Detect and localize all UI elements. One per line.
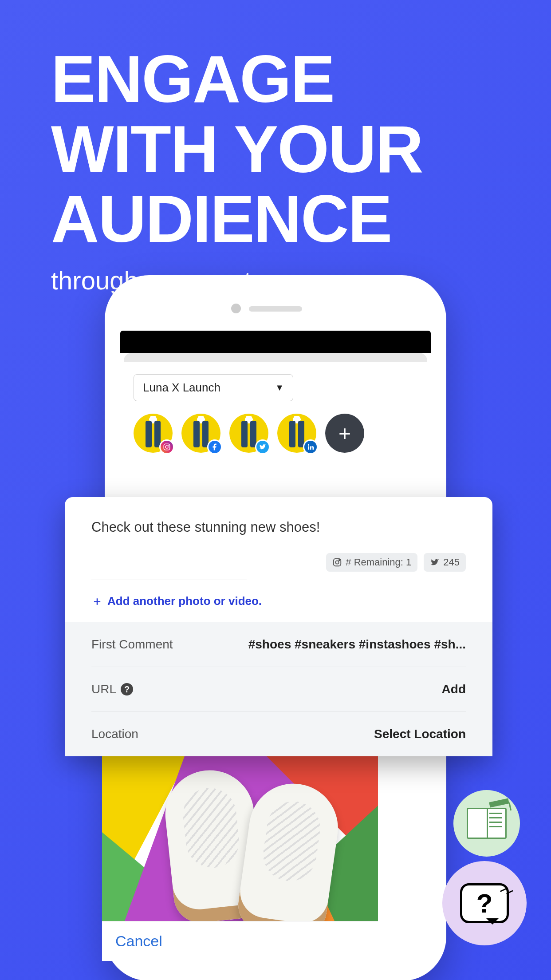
post-options: First Comment #shoes #sneakers #instasho… <box>65 622 492 756</box>
svg-point-4 <box>336 561 339 564</box>
plus-icon: ＋ <box>91 593 103 609</box>
caption-text[interactable]: Check out these stunning new shoes! <box>91 519 466 535</box>
account-facebook[interactable] <box>181 414 220 453</box>
facebook-icon <box>207 439 222 454</box>
twitter-icon <box>255 439 270 454</box>
headline-line-3: AUDIENCE <box>51 184 423 254</box>
help-icon[interactable]: ? <box>121 683 133 695</box>
post-image-preview[interactable] <box>102 752 378 921</box>
svg-point-5 <box>339 560 340 561</box>
sheet-handle <box>124 353 427 362</box>
svg-point-2 <box>168 445 169 446</box>
url-label: URL <box>91 682 116 696</box>
url-add-button[interactable]: Add <box>442 682 466 696</box>
chevron-down-icon: ▼ <box>275 383 284 393</box>
headline-line-2: WITH YOUR <box>51 115 423 185</box>
headline-line-1: ENGAGE <box>51 44 423 115</box>
account-twitter[interactable] <box>229 414 268 453</box>
add-account-button[interactable]: + <box>325 414 364 453</box>
help-fab[interactable]: ? ⸝⸝ <box>442 861 527 945</box>
marketing-headline: ENGAGE WITH YOUR AUDIENCE through commen… <box>51 44 423 295</box>
account-instagram[interactable] <box>134 414 173 453</box>
first-comment-label: First Comment <box>91 637 173 652</box>
education-fab[interactable] <box>453 790 520 857</box>
dropdown-selected: Luna X Launch <box>143 381 220 395</box>
linkedin-icon <box>303 439 318 454</box>
location-row[interactable]: Location Select Location <box>91 712 466 756</box>
book-icon <box>467 808 507 839</box>
graduation-cap-icon <box>489 798 509 808</box>
url-row[interactable]: URL ? Add <box>91 667 466 712</box>
twitter-counter: 245 <box>424 553 466 572</box>
account-selector: + <box>134 414 417 453</box>
location-label: Location <box>91 727 138 741</box>
char-counters: # Remaining: 1 245 <box>91 553 466 572</box>
compose-card: Check out these stunning new shoes! # Re… <box>65 497 492 756</box>
add-media-button[interactable]: ＋ Add another photo or video. <box>91 593 262 609</box>
campaign-dropdown[interactable]: Luna X Launch ▼ <box>134 374 293 401</box>
instagram-icon <box>332 557 342 567</box>
first-comment-row[interactable]: First Comment #shoes #sneakers #instasho… <box>91 622 466 667</box>
account-linkedin[interactable] <box>277 414 316 453</box>
speech-bubble-icon: ? ⸝⸝ <box>460 883 509 923</box>
location-select-button[interactable]: Select Location <box>374 727 466 741</box>
svg-point-1 <box>165 446 168 448</box>
status-bar <box>120 331 431 353</box>
compose-sheet: Luna X Launch ▼ <box>124 362 427 453</box>
twitter-icon <box>430 557 440 567</box>
cancel-button[interactable]: Cancel <box>102 921 378 961</box>
first-comment-value: #shoes #sneakers #instashoes #sh... <box>248 637 466 652</box>
instagram-icon <box>159 439 174 454</box>
instagram-counter: # Remaining: 1 <box>326 553 417 572</box>
divider <box>91 580 247 580</box>
